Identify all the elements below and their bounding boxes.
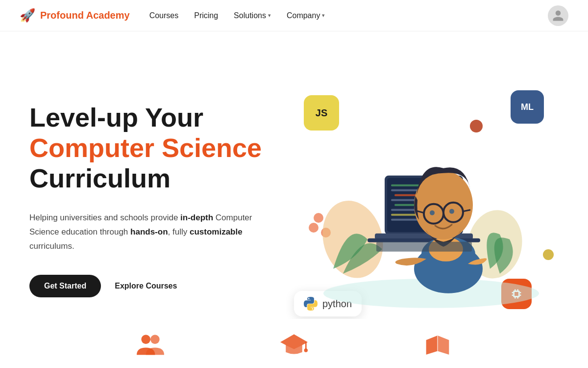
nav-link-solutions[interactable]: Solutions ▾ (234, 11, 271, 20)
hero-illustration (304, 82, 549, 308)
svg-marker-39 (280, 334, 308, 349)
svg-rect-15 (391, 184, 420, 186)
nav-links: Courses Pricing Solutions ▾ Company ▾ (149, 11, 325, 20)
svg-point-41 (304, 348, 308, 352)
bottom-icons-row (0, 319, 588, 368)
people-icon (137, 330, 164, 357)
logo[interactable]: 🚀 Profound Academy (20, 8, 130, 23)
graduation-icon (280, 330, 308, 357)
nav-link-courses[interactable]: Courses (149, 11, 179, 20)
bottom-icon-graduation (280, 330, 308, 357)
nav-link-pricing[interactable]: Pricing (194, 11, 218, 20)
nav-left: 🚀 Profound Academy Courses Pricing Solut… (20, 8, 325, 23)
hero-title: Level-up Your Computer Science Curriculu… (29, 102, 284, 193)
bottom-icon-people (137, 330, 164, 357)
svg-point-35 (449, 209, 454, 214)
user-icon (552, 9, 564, 22)
navbar: 🚀 Profound Academy Courses Pricing Solut… (0, 0, 588, 31)
hero-section: Level-up Your Computer Science Curriculu… (0, 31, 588, 368)
logo-rocket-icon: 🚀 (20, 8, 35, 23)
hero-subtitle: Helping universities and schools provide… (29, 211, 255, 254)
get-started-button[interactable]: Get Started (29, 275, 101, 297)
book-icon (424, 330, 451, 357)
explore-courses-button[interactable]: Explore Courses (115, 275, 177, 297)
nav-link-company[interactable]: Company ▾ (287, 11, 325, 20)
bottom-icon-book (424, 330, 451, 357)
solutions-dropdown-icon: ▾ (268, 12, 271, 19)
user-avatar[interactable] (548, 5, 568, 26)
company-dropdown-icon: ▾ (322, 12, 325, 19)
hero-left: Level-up Your Computer Science Curriculu… (29, 102, 284, 298)
svg-rect-36 (376, 242, 472, 252)
svg-point-34 (430, 210, 435, 215)
svg-point-37 (141, 335, 150, 344)
hero-buttons: Get Started Explore Courses (29, 275, 284, 297)
logo-text: Profound Academy (40, 10, 130, 21)
svg-point-38 (150, 335, 160, 344)
nav-right (548, 5, 568, 26)
hero-right: JS ML (284, 31, 559, 368)
